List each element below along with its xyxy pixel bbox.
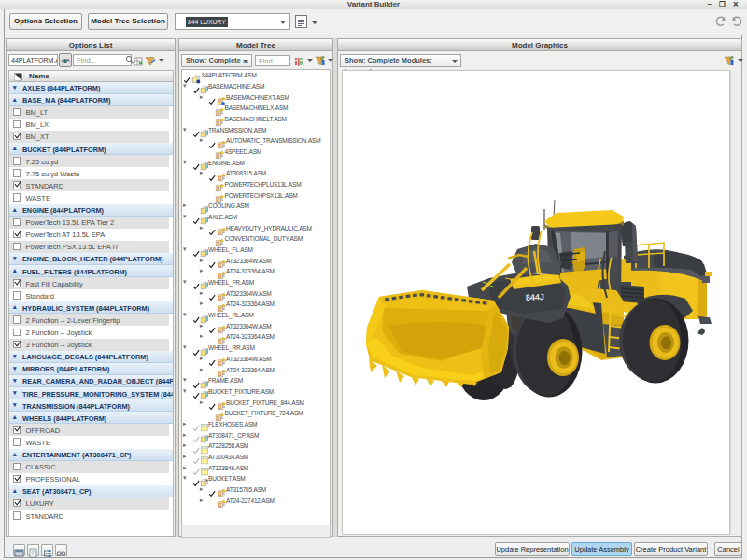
- svg-text:844J: 844J: [526, 291, 545, 301]
